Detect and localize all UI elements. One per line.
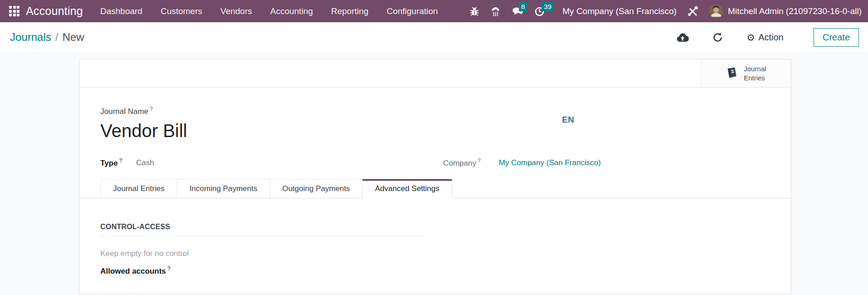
activities-badge: 39 [542, 2, 554, 11]
breadcrumb-separator: / [55, 31, 59, 44]
stat-button-label: Journal Entries [744, 64, 766, 82]
create-button[interactable]: Create [814, 28, 859, 47]
voip-phone-icon[interactable] [490, 6, 501, 16]
notebook-tabs: Journal Entries Incoming Payments Outgoi… [79, 179, 791, 198]
section-divider [100, 236, 425, 236]
breadcrumb: Journals / New [10, 31, 84, 44]
discard-undo-icon[interactable] [712, 32, 723, 43]
messages-icon[interactable]: 8 [512, 6, 523, 17]
type-help-icon[interactable]: ? [119, 157, 122, 164]
nav-item-vendors[interactable]: Vendors [221, 6, 252, 16]
content-area: Journal Entries Journal Name? Vendor Bil… [0, 52, 868, 295]
journal-name-label: Journal Name? [100, 106, 770, 116]
top-navbar: Accounting Dashboard Customers Vendors A… [0, 0, 868, 22]
translation-language-link[interactable]: EN [562, 115, 574, 125]
journal-name-input[interactable]: Vendor Bill [100, 120, 770, 141]
type-value[interactable]: Cash [136, 158, 154, 167]
tools-icon[interactable] [687, 6, 698, 17]
journal-entries-stat-button[interactable]: Journal Entries [701, 59, 791, 87]
form-body: Journal Name? Vendor Bill EN Type? Cash … [79, 88, 791, 295]
user-name: Mitchell Admin (21097230-16-0-all) [728, 6, 862, 16]
button-box: Journal Entries [79, 59, 791, 88]
advanced-settings-pane: CONTROL-ACCESS Keep empty for no control… [100, 198, 770, 276]
company-value-link[interactable]: My Company (San Francisco) [499, 158, 601, 167]
control-panel: Journals / New ⚙ Action Create [0, 22, 868, 52]
activities-clock-icon[interactable]: 39 [534, 6, 545, 17]
bug-icon[interactable] [469, 6, 479, 16]
tab-advanced-settings[interactable]: Advanced Settings [362, 179, 452, 198]
nav-item-configuration[interactable]: Configuration [387, 6, 438, 16]
allowed-accounts-help-icon[interactable]: ? [168, 266, 171, 272]
apps-grid-icon[interactable] [9, 6, 20, 16]
gear-icon: ⚙ [747, 33, 755, 42]
company-label: Company? [443, 157, 480, 168]
action-label: Action [758, 32, 784, 43]
company-help-icon[interactable]: ? [478, 157, 481, 164]
breadcrumb-journals-link[interactable]: Journals [10, 31, 51, 44]
app-brand[interactable]: Accounting [26, 5, 83, 18]
company-switcher[interactable]: My Company (San Francisco) [562, 6, 676, 16]
tab-incoming-payments[interactable]: Incoming Payments [177, 179, 270, 198]
tab-journal-entries[interactable]: Journal Entries [100, 179, 177, 198]
form-sheet: Journal Entries Journal Name? Vendor Bil… [79, 59, 791, 294]
breadcrumb-current: New [62, 31, 84, 44]
cloud-save-icon[interactable] [676, 32, 689, 42]
user-menu[interactable]: Mitchell Admin (21097230-16-0-all) [709, 4, 862, 18]
type-label: Type? [100, 157, 123, 168]
action-menu[interactable]: ⚙ Action [747, 32, 784, 43]
tab-outgoing-payments[interactable]: Outgoing Payments [270, 179, 363, 198]
control-access-hint: Keep empty for no control [100, 249, 770, 258]
allowed-accounts-label: Allowed accounts? [100, 266, 770, 276]
messages-badge: 8 [519, 2, 527, 11]
nav-item-reporting[interactable]: Reporting [331, 6, 368, 16]
book-icon [726, 66, 739, 81]
control-access-section-title: CONTROL-ACCESS [100, 223, 770, 231]
nav-menu: Dashboard Customers Vendors Accounting R… [100, 6, 438, 16]
journal-name-help-icon[interactable]: ? [150, 106, 153, 112]
nav-item-dashboard[interactable]: Dashboard [100, 6, 143, 16]
nav-item-customers[interactable]: Customers [161, 6, 202, 16]
nav-item-accounting[interactable]: Accounting [270, 6, 313, 16]
avatar [709, 4, 723, 18]
